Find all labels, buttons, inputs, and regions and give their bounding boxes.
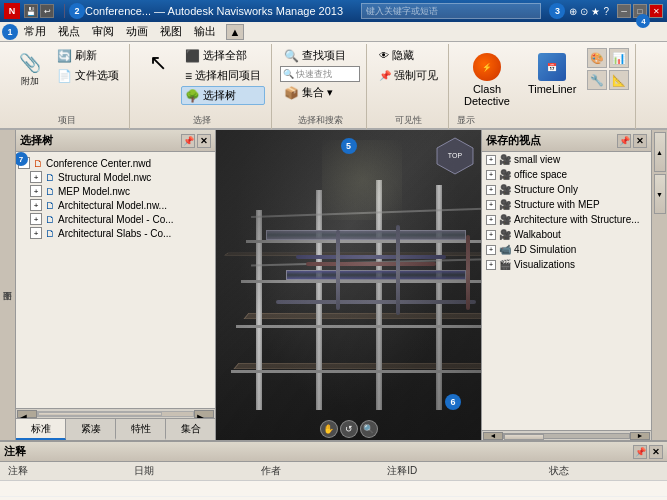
view-expander-1[interactable]: +	[486, 170, 496, 180]
far-right-btn-2[interactable]: ▼	[654, 174, 666, 214]
undo-btn[interactable]: ↩	[40, 4, 54, 18]
nav-orbit-btn[interactable]: ↺	[340, 420, 358, 438]
select-same-button[interactable]: ≡ 选择相同项目	[181, 66, 265, 85]
tool-btn-1[interactable]: 🎨	[587, 48, 607, 68]
quick-access-btn[interactable]: 💾	[24, 4, 38, 18]
view-expander-4[interactable]: +	[486, 215, 496, 225]
expander-3[interactable]: +	[30, 199, 42, 211]
find-col: 🔍 查找项目 🔍 快速查找 📦 集合 ▾	[280, 46, 360, 102]
nwd-icon-0: 🗋	[32, 157, 44, 169]
select-all-icon: ⬛	[185, 49, 200, 63]
view-expander-7[interactable]: +	[486, 260, 496, 270]
refresh-button[interactable]: 🔄 刷新	[53, 46, 123, 65]
left-panel-toggle[interactable]: 平面图	[0, 130, 16, 440]
expander-1[interactable]: +	[30, 171, 42, 183]
quick-search-box[interactable]: 🔍 快速查找	[280, 66, 360, 82]
clash-detective-button[interactable]: ⚡ Clash Detective	[457, 48, 517, 110]
tab-compact[interactable]: 紧凑	[66, 419, 116, 440]
view-item-5[interactable]: + 🎥 Walkabout	[482, 227, 651, 242]
tab-standard[interactable]: 标准	[16, 419, 66, 440]
3d-viewport[interactable]: 5 6 ✋ ↺ 🔍 TOP	[216, 130, 481, 440]
view-item-4[interactable]: + 🎥 Architecture with Structure...	[482, 212, 651, 227]
visibility-group-label: 可见性	[395, 112, 422, 127]
required-visible-button[interactable]: 📌 强制可见	[375, 66, 442, 85]
view-item-3[interactable]: + 🎥 Structure with MEP	[482, 197, 651, 212]
h-scroll-track[interactable]	[37, 411, 194, 417]
beam-diag-1	[251, 204, 481, 218]
tree-item-2[interactable]: + 🗋 MEP Model.nwc	[18, 184, 213, 198]
hide-button[interactable]: 👁 隐藏	[375, 46, 442, 65]
view-item-1[interactable]: + 🎥 office space	[482, 167, 651, 182]
tree-hscrollbar[interactable]: ◄ ►	[16, 408, 215, 418]
menu-view[interactable]: 视图	[154, 22, 188, 41]
view-expander-5[interactable]: +	[486, 230, 496, 240]
view-icon-0: 🎥	[499, 154, 511, 165]
nav-icon-3[interactable]: ★	[591, 6, 600, 17]
close-button[interactable]: ✕	[649, 4, 663, 18]
timeliner-button[interactable]: 📅 TimeLiner	[521, 48, 584, 98]
view-item-7[interactable]: + 🎬 Visualizations	[482, 257, 651, 272]
notes-close-btn[interactable]: ✕	[649, 445, 663, 459]
file-options-button[interactable]: 📄 文件选项	[53, 66, 123, 85]
menu-animation[interactable]: 动画	[120, 22, 154, 41]
tool-btn-2[interactable]: 📊	[609, 48, 629, 68]
view-item-0[interactable]: + 🎥 small view	[482, 152, 651, 167]
view-item-6[interactable]: + 📹 4D Simulation	[482, 242, 651, 257]
tree-item-4[interactable]: + 🗋 Architectural Model - Co...	[18, 212, 213, 226]
select-all-button[interactable]: ⬛ 选择全部	[181, 46, 265, 65]
nav-icon-2[interactable]: ⊙	[580, 6, 588, 17]
attach-button[interactable]: 📎 附加	[10, 46, 50, 90]
attach-group-content: 📎 附加 🔄 刷新 📄 文件选项	[10, 46, 123, 110]
tree-item-5[interactable]: + 🗋 Architectural Slabs - Co...	[18, 226, 213, 240]
right-panel-pin[interactable]: 📌	[617, 134, 631, 148]
right-scroll-thumb	[504, 434, 544, 440]
menu-common[interactable]: 常用	[18, 22, 52, 41]
view-item-2[interactable]: + 🎥 Structure Only	[482, 182, 651, 197]
view-expander-0[interactable]: +	[486, 155, 496, 165]
view-expander-2[interactable]: +	[486, 185, 496, 195]
visibility-group-content: 👁 隐藏 📌 强制可见	[375, 46, 442, 110]
notes-pin-btn[interactable]: 📌	[633, 445, 647, 459]
select-button[interactable]: ↖	[138, 46, 178, 80]
right-scroll-track[interactable]	[503, 433, 630, 439]
tool-btn-4[interactable]: 📐	[609, 70, 629, 90]
tree-item-1[interactable]: + 🗋 Structural Model.nwc	[18, 170, 213, 184]
expander-4[interactable]: +	[30, 213, 42, 225]
select-tree-button[interactable]: 🌳 选择树	[181, 86, 265, 105]
expander-2[interactable]: +	[30, 185, 42, 197]
h-scroll-left[interactable]: ◄	[17, 410, 37, 418]
right-panel-scrollbar[interactable]: ◄ ►	[482, 430, 651, 440]
scroll-left-btn[interactable]: ◄	[483, 432, 503, 440]
tree-item-0[interactable]: − 🗋 Conference Center.nwd	[18, 156, 213, 170]
view-expander-3[interactable]: +	[486, 200, 496, 210]
beam-h-1	[246, 240, 481, 243]
help-icon[interactable]: ?	[603, 6, 609, 17]
tool-btn-3[interactable]: 🔧	[587, 70, 607, 90]
view-expander-6[interactable]: +	[486, 245, 496, 255]
tree-item-3[interactable]: + 🗋 Architectural Model.nw...	[18, 198, 213, 212]
tree-close-button[interactable]: ✕	[197, 134, 211, 148]
menu-viewpoint[interactable]: 视点	[52, 22, 86, 41]
tree-label-1: Structural Model.nwc	[58, 172, 151, 183]
ribbon-collapse-btn[interactable]: ▲	[226, 24, 244, 40]
view-cube[interactable]: TOP	[435, 136, 475, 176]
tab-sets[interactable]: 集合	[166, 419, 215, 440]
minimize-button[interactable]: ─	[617, 4, 631, 18]
nav-pan-btn[interactable]: ✋	[320, 420, 338, 438]
tab-properties[interactable]: 特性	[116, 419, 166, 440]
find-items-button[interactable]: 🔍 查找项目	[280, 46, 360, 65]
nav-zoom-btn[interactable]: 🔍	[360, 420, 378, 438]
scroll-right-btn[interactable]: ►	[630, 432, 650, 440]
nav-icon-1[interactable]: ⊕	[569, 6, 577, 17]
notes-panel: 注释 📌 ✕ 注释 日期 作者 注释ID 状态 ►	[0, 440, 667, 500]
far-right-btn-1[interactable]: ▲	[654, 132, 666, 172]
gather-button[interactable]: 📦 集合 ▾	[280, 83, 360, 102]
right-panel-close[interactable]: ✕	[633, 134, 647, 148]
menu-review[interactable]: 审阅	[86, 22, 120, 41]
pipe-v-3	[466, 235, 470, 310]
h-scroll-right[interactable]: ►	[194, 410, 214, 418]
expander-5[interactable]: +	[30, 227, 42, 239]
gather-dropdown[interactable]: ▾	[327, 86, 333, 99]
menu-output[interactable]: 输出	[188, 22, 222, 41]
tree-pin-button[interactable]: 📌	[181, 134, 195, 148]
